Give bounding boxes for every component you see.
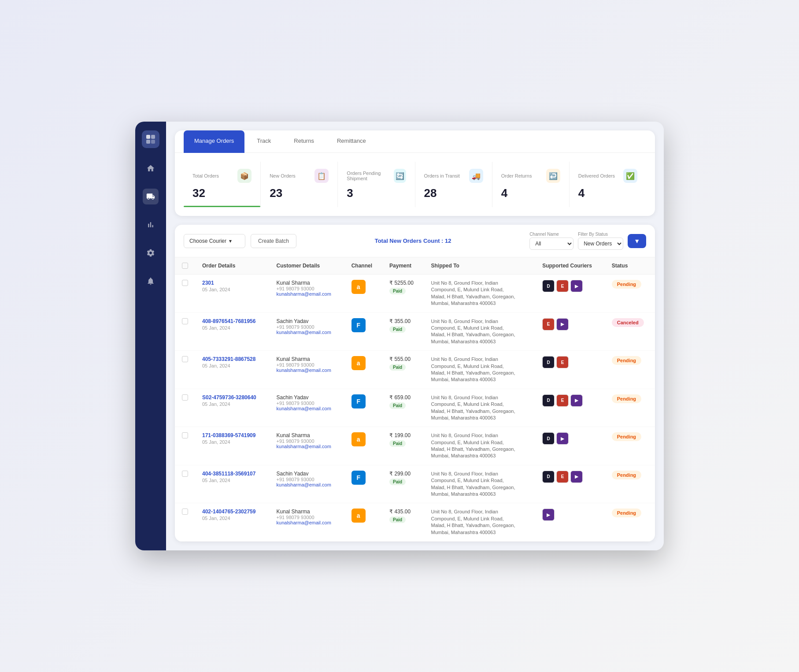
order-id-6[interactable]: 402-1404765-2302759 — [202, 509, 263, 515]
row-checkbox-2[interactable] — [182, 356, 188, 362]
row-order-details-1: 408-8976541-7681956 05 Jan, 2024 — [195, 312, 270, 351]
courier-logo-purple: ▶ — [542, 509, 555, 521]
courier-logos-1: E▶ — [542, 318, 598, 330]
row-status-5: Pending — [605, 465, 655, 503]
courier-logo-red: E — [556, 471, 569, 483]
row-checkbox-cell — [175, 389, 195, 427]
sidebar-icon-truck[interactable] — [143, 189, 159, 204]
row-checkbox-cell — [175, 465, 195, 503]
row-checkbox-cell — [175, 427, 195, 465]
order-id-3[interactable]: S02-4759736-3280640 — [202, 394, 263, 401]
channel-icon-5: F — [351, 471, 366, 485]
customer-email-1[interactable]: kunalsharma@email.com — [277, 330, 337, 335]
filter-button[interactable]: ▼ — [628, 234, 646, 248]
channel-icon-6: a — [351, 509, 366, 523]
stat-transit-value: 28 — [424, 186, 483, 200]
tab-manage-orders[interactable]: Manage Orders — [184, 130, 244, 153]
svg-rect-2 — [146, 140, 150, 144]
row-checkbox-5[interactable] — [182, 471, 188, 477]
order-id-1[interactable]: 408-8976541-7681956 — [202, 318, 263, 324]
sidebar-icon-home[interactable] — [143, 160, 159, 176]
stat-total-orders-value: 32 — [192, 186, 252, 200]
paid-badge-1: Paid — [389, 326, 406, 333]
status-badge-0: Pending — [612, 280, 641, 289]
order-id-2[interactable]: 405-7333291-8867528 — [202, 356, 263, 362]
header-checkbox — [175, 257, 195, 275]
customer-name-6: Kunal Sharma — [277, 509, 337, 515]
customer-email-3[interactable]: kunalsharma@email.com — [277, 406, 337, 411]
row-checkbox-3[interactable] — [182, 394, 188, 401]
row-order-details-0: 2301 05 Jan, 2024 — [195, 275, 270, 313]
sidebar-icon-settings[interactable] — [143, 245, 159, 261]
customer-name-0: Kunal Sharma — [277, 280, 337, 286]
tab-track[interactable]: Track — [246, 130, 281, 152]
row-checkbox-0[interactable] — [182, 280, 188, 286]
select-all-checkbox[interactable] — [182, 263, 188, 269]
row-couriers-4: D▶ — [535, 427, 605, 465]
main-content: Manage Orders Track Returns Remittance T… — [166, 122, 664, 550]
customer-phone-5: +91 98079 93000 — [277, 477, 337, 482]
payment-amount-6: ₹ 435.00 — [389, 509, 417, 515]
order-id-0[interactable]: 2301 — [202, 280, 263, 286]
row-address-3: Unit No 8, Ground Floor, Indian Compound… — [424, 389, 536, 427]
courier-logos-6: ▶ — [542, 509, 598, 521]
status-filter-select[interactable]: New Orders — [578, 238, 623, 250]
customer-name-4: Kunal Sharma — [277, 432, 337, 438]
row-couriers-2: DE — [535, 351, 605, 389]
status-badge-3: Pending — [612, 394, 641, 403]
row-payment-4: ₹ 199.00 Paid — [382, 427, 424, 465]
row-customer-5: Sachin Yadav +91 98079 93000 kunalsharma… — [270, 465, 344, 503]
channel-icon-4: a — [351, 432, 366, 446]
choose-courier-dropdown[interactable]: Choose Courier ▾ — [184, 234, 245, 248]
courier-logo-purple: ▶ — [570, 280, 583, 292]
table-row: 2301 05 Jan, 2024 Kunal Sharma +91 98079… — [175, 275, 655, 313]
stat-total-orders-icon: 📦 — [237, 169, 252, 183]
customer-email-6[interactable]: kunalsharma@email.com — [277, 520, 337, 525]
row-channel-3: F — [344, 389, 382, 427]
tab-remittance[interactable]: Remittance — [326, 130, 377, 152]
channel-filter-select[interactable]: All — [529, 238, 573, 250]
payment-amount-2: ₹ 555.00 — [389, 356, 417, 362]
row-checkbox-6[interactable] — [182, 509, 188, 515]
orders-section: Choose Courier ▾ Create Batch Total New … — [175, 225, 655, 542]
order-id-4[interactable]: 171-0388369-5741909 — [202, 432, 263, 438]
create-batch-button[interactable]: Create Batch — [251, 234, 296, 248]
courier-logos-5: DE▶ — [542, 471, 598, 483]
courier-logo-dark: D — [542, 471, 555, 483]
row-checkbox-4[interactable] — [182, 432, 188, 438]
customer-email-4[interactable]: kunalsharma@email.com — [277, 444, 337, 449]
row-order-details-2: 405-7333291-8867528 05 Jan, 2024 — [195, 351, 270, 389]
stat-new-orders-icon: 📋 — [314, 169, 329, 183]
table-row: 405-7333291-8867528 05 Jan, 2024 Kunal S… — [175, 351, 655, 389]
customer-name-1: Sachin Yadav — [277, 318, 337, 324]
courier-logos-0: DE▶ — [542, 280, 598, 292]
customer-email-2[interactable]: kunalsharma@email.com — [277, 368, 337, 373]
customer-name-2: Kunal Sharma — [277, 356, 337, 362]
order-id-5[interactable]: 404-3851118-3569107 — [202, 471, 263, 477]
row-status-1: Canceled — [605, 312, 655, 351]
courier-logo-dark: D — [542, 356, 555, 368]
row-address-1: Unit No 8, Ground Floor, Indian Compound… — [424, 312, 536, 351]
tab-returns[interactable]: Returns — [283, 130, 325, 152]
row-customer-1: Sachin Yadav +91 98079 93000 kunalsharma… — [270, 312, 344, 351]
customer-email-5[interactable]: kunalsharma@email.com — [277, 482, 337, 487]
sidebar-icon-bell[interactable] — [143, 273, 159, 289]
row-checkbox-1[interactable] — [182, 318, 188, 324]
status-filter-group: Filter By Status New Orders — [578, 232, 623, 250]
sidebar-icon-chart[interactable] — [143, 217, 159, 233]
courier-logo-red: E — [556, 394, 569, 407]
stat-transit-label: Orders in Transit — [424, 173, 460, 178]
stat-pending-shipment: Orders Pending Shipment 🔄 3 — [338, 162, 415, 207]
stat-pending-label: Orders Pending Shipment — [347, 171, 394, 181]
customer-email-0[interactable]: kunalsharma@email.com — [277, 291, 337, 297]
stat-pending-value: 3 — [347, 186, 406, 200]
header-customer-details: Customer Details — [270, 257, 344, 275]
courier-logos-4: D▶ — [542, 432, 598, 445]
row-channel-1: F — [344, 312, 382, 351]
svg-rect-0 — [146, 135, 150, 139]
stat-returns-label: Order Returns — [501, 173, 532, 178]
address-text-2: Unit No 8, Ground Floor, Indian Compound… — [431, 356, 519, 383]
order-date-3: 05 Jan, 2024 — [202, 401, 263, 407]
row-payment-0: ₹ 5255.00 Paid — [382, 275, 424, 313]
stat-pending-icon: 🔄 — [394, 169, 406, 183]
